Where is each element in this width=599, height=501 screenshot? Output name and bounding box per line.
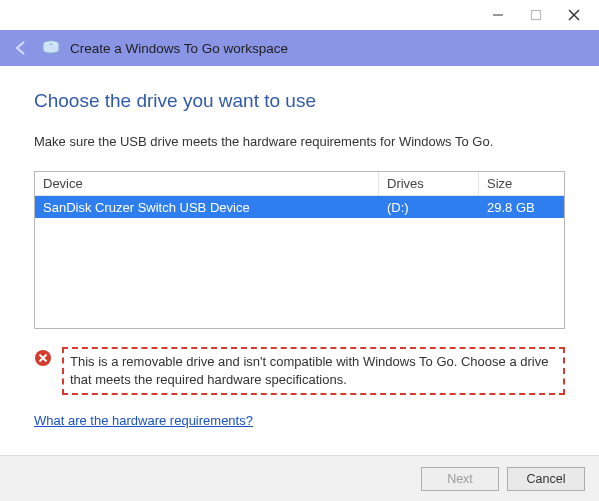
header-size[interactable]: Size <box>479 172 564 195</box>
minimize-icon <box>492 9 504 21</box>
disk-icon <box>40 37 62 59</box>
svg-rect-1 <box>532 11 541 20</box>
table-header-row: Device Drives Size <box>35 172 564 196</box>
cell-device: SanDisk Cruzer Switch USB Device <box>35 200 379 215</box>
svg-point-5 <box>49 43 53 45</box>
footer: Next Cancel <box>0 455 599 501</box>
page-heading: Choose the drive you want to use <box>34 90 565 112</box>
next-button: Next <box>421 467 499 491</box>
error-icon <box>34 349 52 367</box>
maximize-icon <box>530 9 542 21</box>
error-message: This is a removable drive and isn't comp… <box>62 347 565 395</box>
cell-size: 29.8 GB <box>479 200 564 215</box>
wizard-header: Create a Windows To Go workspace <box>0 30 599 66</box>
back-button[interactable] <box>10 37 32 59</box>
header-device[interactable]: Device <box>35 172 379 195</box>
cancel-button[interactable]: Cancel <box>507 467 585 491</box>
minimize-button[interactable] <box>479 1 517 29</box>
drive-table: Device Drives Size SanDisk Cruzer Switch… <box>34 171 565 329</box>
page-instruction: Make sure the USB drive meets the hardwa… <box>34 134 565 149</box>
back-arrow-icon <box>12 39 30 57</box>
close-button[interactable] <box>555 1 593 29</box>
error-row: This is a removable drive and isn't comp… <box>34 347 565 395</box>
titlebar <box>0 0 599 30</box>
header-drives[interactable]: Drives <box>379 172 479 195</box>
close-icon <box>568 9 580 21</box>
table-row[interactable]: SanDisk Cruzer Switch USB Device (D:) 29… <box>35 196 564 218</box>
hardware-requirements-link[interactable]: What are the hardware requirements? <box>34 413 253 428</box>
cell-drives: (D:) <box>379 200 479 215</box>
wizard-title: Create a Windows To Go workspace <box>70 41 288 56</box>
maximize-button[interactable] <box>517 1 555 29</box>
